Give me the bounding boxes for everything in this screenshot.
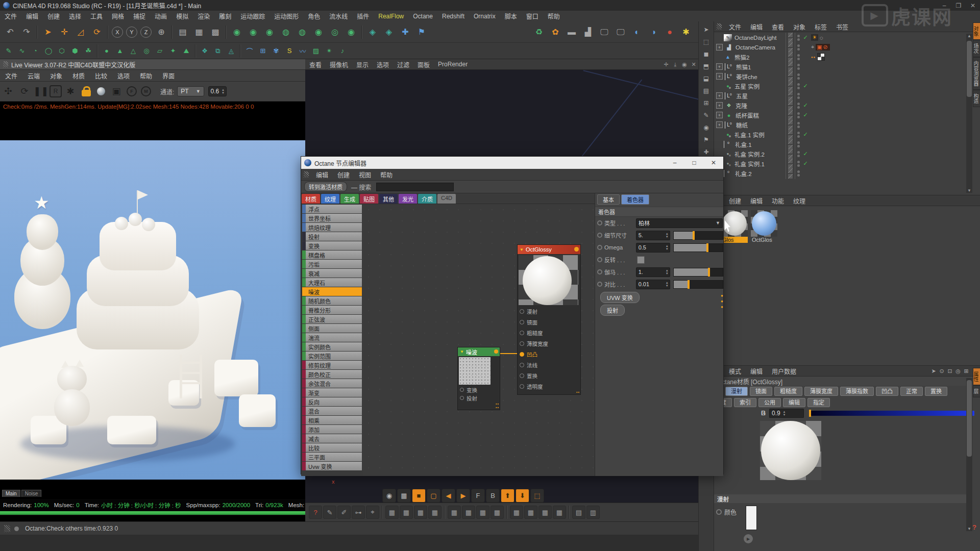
param-radio-icon[interactable]	[597, 257, 602, 262]
pin-material-icon[interactable]: M	[141, 86, 151, 96]
visibility-dots-icon[interactable]	[797, 141, 800, 148]
material-item[interactable]: OctGlos	[751, 210, 777, 243]
node-type-item[interactable]: 噪波	[302, 287, 362, 296]
spline-icon[interactable]: ∿	[16, 45, 28, 57]
om-scrollbar[interactable]: ▲ ▼	[966, 34, 972, 193]
node-input-row[interactable]: 镜面	[518, 317, 580, 328]
menu-item[interactable]: 文件	[0, 12, 21, 20]
expand-icon[interactable]	[716, 141, 722, 147]
object-tags[interactable]	[811, 44, 830, 51]
grid-a2-icon[interactable]: ▦	[400, 506, 413, 519]
sculpt-icon[interactable]: ✾	[270, 45, 282, 57]
material-preview[interactable]	[760, 421, 821, 480]
am-menu-item[interactable]: 模式	[724, 367, 746, 375]
node-input-row[interactable]: 投射	[458, 394, 500, 402]
pen-icon[interactable]: ✎	[3, 45, 15, 57]
magnifier-icon[interactable]: ⊙	[938, 368, 946, 374]
editor-toggle-icon[interactable]	[788, 130, 793, 134]
object-name[interactable]: 糖纸	[736, 121, 748, 129]
node-type-item[interactable]: 混合	[302, 407, 362, 415]
target2-icon[interactable]: ◎	[954, 368, 962, 374]
object-tags[interactable]	[811, 53, 825, 61]
node-type-item[interactable]: 正弦波	[302, 315, 362, 323]
node-category-tab[interactable]: 纹理	[321, 194, 339, 204]
attribute-tab[interactable]: 索引	[734, 398, 756, 407]
live-select-icon[interactable]: ➤	[40, 24, 56, 40]
node-input-row[interactable]: 变换	[458, 386, 500, 394]
mm-menu-item[interactable]: 功能	[767, 196, 789, 205]
noise-node[interactable]: ▼ 噪波 变换	[457, 347, 500, 410]
expand-icon[interactable]: +	[716, 102, 723, 109]
editor-toggle-icon[interactable]	[788, 33, 793, 37]
node-input-row[interactable]: 法线	[518, 360, 580, 370]
visibility-dots-icon[interactable]	[797, 112, 800, 119]
maximize-button[interactable]: ❐	[951, 2, 966, 9]
enable-check-icon[interactable]: ✓	[802, 151, 809, 157]
menu-item[interactable]: 雕刻	[214, 12, 236, 20]
object-name[interactable]: 礼盒.1 实例	[734, 131, 765, 139]
collapse-caret-icon[interactable]: ▼	[520, 247, 524, 252]
attribute-tab[interactable]: 漫射	[725, 387, 748, 396]
uvw-transform-button[interactable]: UVW 变换	[600, 292, 640, 303]
input-port-icon[interactable]	[520, 363, 524, 367]
object-name[interactable]: 五星 实例	[734, 82, 760, 90]
monitor2-icon[interactable]: 🖵	[613, 24, 628, 40]
visibility-dots-icon[interactable]	[797, 160, 800, 167]
panel-grip-icon[interactable]	[717, 23, 722, 30]
param-radio-icon[interactable]	[597, 220, 602, 226]
visibility-dots-icon[interactable]	[797, 63, 800, 70]
stepper-icon[interactable]	[666, 244, 668, 251]
pane-cam-icon[interactable]: ◉	[680, 61, 689, 68]
move-icon[interactable]: ✛	[57, 24, 72, 40]
node-type-item[interactable]: 脊椎分形	[302, 306, 362, 314]
editor-toggle-icon[interactable]	[788, 62, 793, 66]
oct-cube-icon[interactable]: ▢	[427, 489, 440, 503]
panel-side-tab[interactable]: 属性	[973, 368, 980, 385]
oct-b-icon[interactable]: B	[486, 489, 500, 503]
editor-toggle-icon[interactable]	[788, 91, 793, 95]
bend-icon[interactable]: ⌒	[243, 45, 256, 57]
menu-item[interactable]: 创建	[43, 12, 64, 20]
am-menu-item[interactable]: 编辑	[746, 367, 767, 375]
sep[interactable]	[97, 44, 98, 58]
cube-icon[interactable]: ⬢	[69, 45, 81, 57]
channel-gradient-slider[interactable]	[809, 411, 974, 416]
oct-down-icon[interactable]: ⬇	[516, 489, 529, 503]
object-row[interactable]: 五星 实例 ✓	[714, 81, 965, 91]
object-name[interactable]: OctaneDayLight	[734, 35, 776, 41]
node-input-row[interactable]: 透明度	[518, 381, 580, 392]
param-radio-icon[interactable]	[597, 269, 602, 274]
param-radio-icon[interactable]	[597, 282, 602, 287]
editor-toggle-icon[interactable]	[788, 42, 793, 47]
om-menu-item[interactable]: 对象	[789, 22, 810, 31]
input-port-icon[interactable]	[520, 341, 524, 346]
editor-toggle-icon[interactable]	[788, 139, 793, 144]
menu-item[interactable]: 渲染	[193, 12, 214, 20]
input-port-icon[interactable]	[460, 388, 464, 392]
object-name[interactable]: 礼盒.2	[735, 169, 752, 178]
minimize-button[interactable]: –	[937, 2, 951, 9]
sep[interactable]	[195, 44, 196, 58]
octane-ball-icon[interactable]: ◉	[246, 24, 261, 40]
editor-toggle-icon[interactable]	[788, 159, 793, 163]
object-row[interactable]: + 五星	[714, 91, 965, 101]
cloth-icon[interactable]: ▨	[310, 45, 322, 57]
vp-menu-item[interactable]: 选项	[373, 60, 393, 69]
collapse-caret-icon[interactable]: ▼	[460, 349, 464, 354]
ne-menu-item[interactable]: 视图	[354, 170, 376, 179]
lv-menu-item[interactable]: 选项	[112, 71, 135, 80]
param-slider[interactable]	[673, 280, 723, 289]
ne-minimize-button[interactable]: –	[665, 159, 684, 166]
attribute-tab[interactable]: 公用	[758, 398, 781, 407]
cone-icon[interactable]: ▲	[114, 45, 126, 57]
object-row[interactable]: 礼盒.1 实例 ✓	[714, 130, 965, 139]
pane-max-icon[interactable]: ⤓	[671, 61, 680, 68]
vp-menu-item[interactable]: 查看	[305, 60, 326, 69]
menu-item[interactable]: 窗口	[522, 12, 543, 20]
node-category-tab[interactable]: 生成	[340, 194, 359, 204]
expand-channel-icon[interactable]: ▶	[744, 534, 753, 543]
instance-icon[interactable]: ◬	[225, 45, 237, 57]
sep[interactable]	[172, 26, 173, 39]
lv-menu-item[interactable]: 文件	[0, 71, 22, 80]
cube-outline-icon[interactable]: ⬚	[700, 36, 713, 47]
